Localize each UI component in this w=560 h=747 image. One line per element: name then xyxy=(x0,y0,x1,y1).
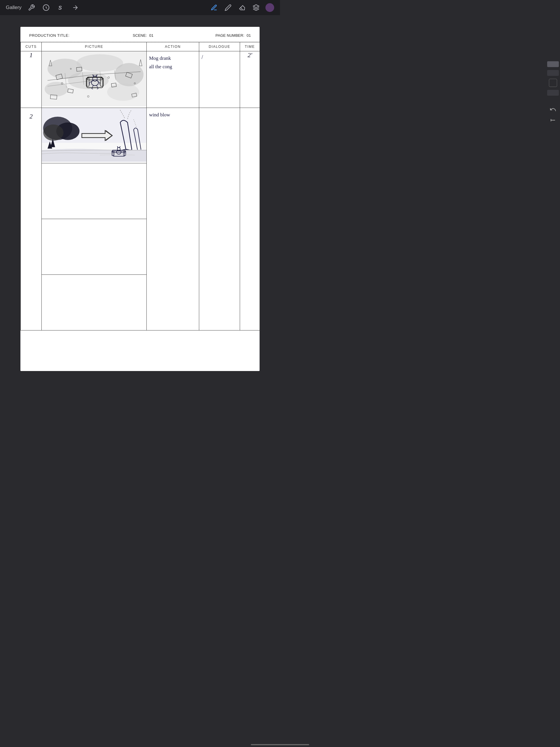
dialogue-text-2 xyxy=(199,108,240,330)
empty-picture-5 xyxy=(42,275,146,330)
scene-field: SCENE: 01 xyxy=(133,33,153,37)
header-action: ACTION xyxy=(147,42,199,51)
toolbar: Gallery S xyxy=(0,0,280,15)
doc-area: PRODUCTION TITLE: SCENE: 01 PAGE NUMBER:… xyxy=(0,15,280,383)
cut-number-1: 1 xyxy=(21,51,42,108)
smudge-icon[interactable]: S xyxy=(56,3,65,12)
table-header-row: CUTS PICTURE ACTION DIALOGUE TIME xyxy=(21,42,260,51)
svg-text:S: S xyxy=(58,5,62,11)
dialogue-text-1: / xyxy=(199,51,240,108)
svg-point-3 xyxy=(77,54,123,72)
cut-number-2: 2 xyxy=(21,108,42,330)
table-row-2: 2 xyxy=(21,108,260,163)
header-picture: PICTURE xyxy=(42,42,147,51)
header-dialogue: DIALOGUE xyxy=(199,42,240,51)
layers-icon[interactable] xyxy=(251,3,261,12)
pencil-tool-icon[interactable] xyxy=(223,3,233,12)
svg-point-4 xyxy=(114,63,144,86)
toolbar-right xyxy=(209,3,274,12)
page-number-value: 01 xyxy=(247,33,251,37)
move-icon[interactable] xyxy=(71,3,80,12)
header-cuts: CUTS xyxy=(21,42,42,51)
toolbar-left: Gallery S xyxy=(6,3,80,12)
scene-label: SCENE: xyxy=(133,33,147,37)
eraser-tool-icon[interactable] xyxy=(237,3,247,12)
production-title-label: PRODUCTION TITLE: xyxy=(29,33,70,37)
sketch-2 xyxy=(42,108,146,162)
svg-point-37 xyxy=(43,125,63,141)
gallery-button[interactable]: Gallery xyxy=(6,5,22,10)
svg-point-7 xyxy=(107,83,139,101)
pen-tool-icon[interactable] xyxy=(209,3,219,12)
header-time: TIME xyxy=(240,42,260,51)
avatar[interactable] xyxy=(265,3,274,12)
action-content-2: wind blow xyxy=(147,108,199,122)
time-cell-2 xyxy=(240,108,260,330)
page-number-field: PAGE NUMBER: 01 xyxy=(215,33,251,37)
doc-header: PRODUCTION TITLE: SCENE: 01 PAGE NUMBER:… xyxy=(20,27,260,42)
modify-icon[interactable] xyxy=(42,3,51,12)
wrench-icon[interactable] xyxy=(27,3,36,12)
scene-value: 01 xyxy=(149,33,153,37)
page-number-label: PAGE NUMBER: xyxy=(215,33,245,37)
picture-cell-5[interactable] xyxy=(42,275,147,330)
table-row: 1 xyxy=(21,51,260,108)
action-content-1: Mog drankall the cong xyxy=(147,51,199,74)
sketch-1 xyxy=(42,51,146,106)
picture-cell-3[interactable] xyxy=(42,163,147,219)
storyboard-table: CUTS PICTURE ACTION DIALOGUE TIME 1 xyxy=(20,42,260,331)
empty-picture-3 xyxy=(42,163,146,219)
picture-cell-1[interactable] xyxy=(42,51,147,108)
document: PRODUCTION TITLE: SCENE: 01 PAGE NUMBER:… xyxy=(20,27,260,371)
action-text-1: Mog drankall the cong xyxy=(147,51,199,108)
picture-cell-4[interactable] xyxy=(42,219,147,275)
action-text-2: wind blow xyxy=(147,108,199,330)
time-content-1: 2' xyxy=(240,51,260,59)
time-cell-1: 2' xyxy=(240,51,260,108)
picture-cell-2[interactable] xyxy=(42,108,147,163)
empty-picture-4 xyxy=(42,219,146,275)
dialogue-content-1: / xyxy=(199,51,240,63)
